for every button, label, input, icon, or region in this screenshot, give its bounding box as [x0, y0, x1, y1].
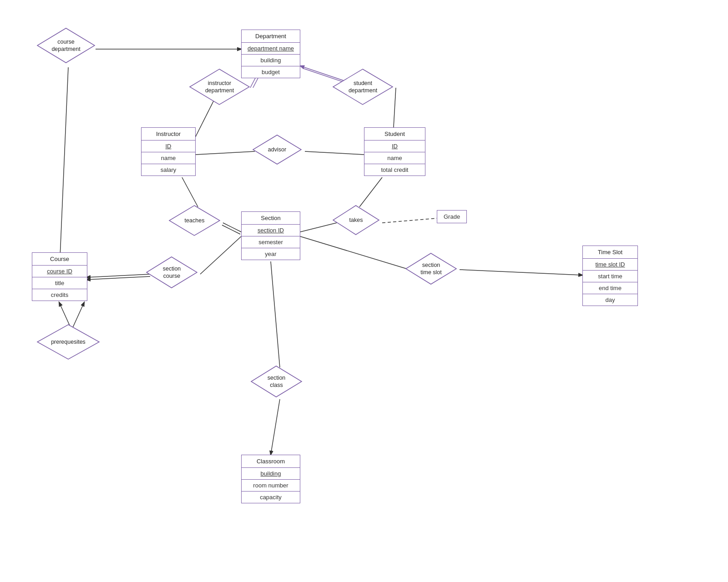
entity-section: Section section ID semester year — [241, 211, 300, 260]
svg-line-15 — [382, 218, 437, 223]
entity-course: Course course ID title credits — [32, 252, 87, 301]
entity-student-title: Student — [364, 128, 425, 140]
entity-department-attr-building: building — [242, 55, 300, 66]
entity-department-title: Department — [242, 30, 300, 43]
entity-classroom-attr-building: building — [242, 468, 300, 480]
entity-section-attr-id: section ID — [242, 225, 300, 236]
relationship-section-timeslot: sectiontime slot — [405, 252, 457, 285]
entity-section-attr-semester: semester — [242, 236, 300, 248]
svg-line-20 — [460, 270, 582, 275]
relationship-instructor-department-label: instructordepartment — [205, 80, 234, 95]
entity-timeslot-attr-start: start time — [583, 271, 637, 282]
svg-line-14 — [300, 223, 337, 232]
svg-line-11 — [223, 223, 241, 232]
relationship-course-department: coursedepartment — [36, 27, 96, 64]
entity-instructor-attr-salary: salary — [142, 164, 195, 176]
svg-line-13 — [359, 177, 382, 207]
svg-line-16 — [200, 236, 241, 274]
relationship-section-timeslot-label: sectiontime slot — [420, 261, 442, 276]
er-diagram: Department department name building budg… — [0, 0, 728, 582]
entity-timeslot-attr-id: time slot ID — [583, 259, 637, 271]
svg-line-8 — [196, 151, 255, 155]
entity-course-attr-id: course ID — [32, 266, 87, 277]
grade-box: Grade — [437, 210, 467, 223]
svg-line-17 — [86, 274, 150, 277]
entity-timeslot-attr-day: day — [583, 294, 637, 306]
entity-student-attr-id: ID — [364, 140, 425, 152]
relationship-teaches-label: teaches — [185, 217, 205, 224]
svg-line-7 — [394, 88, 396, 127]
entity-classroom-attr-room: room number — [242, 480, 300, 492]
entity-timeslot: Time Slot time slot ID start time end ti… — [582, 246, 638, 306]
relationship-course-department-label: coursedepartment — [51, 38, 80, 53]
entity-course-attr-credits: credits — [32, 289, 87, 301]
relationship-section-course: sectioncourse — [146, 256, 198, 289]
entity-instructor-attr-name: name — [142, 152, 195, 164]
entity-student-attr-name: name — [364, 152, 425, 164]
entity-student-attr-credit: total credit — [364, 164, 425, 176]
relationship-advisor: advisor — [252, 134, 302, 165]
relationship-teaches: teaches — [168, 205, 221, 236]
relationship-prerequesites: prerequesites — [36, 324, 100, 360]
svg-line-19 — [300, 236, 410, 270]
entity-timeslot-attr-end: end time — [583, 282, 637, 294]
entity-instructor-attr-id: ID — [142, 140, 195, 152]
entity-instructor-title: Instructor — [142, 128, 195, 140]
relationship-section-course-label: sectioncourse — [163, 265, 181, 280]
entity-section-title: Section — [242, 212, 300, 225]
entity-course-title: Course — [32, 253, 87, 266]
relationship-advisor-label: advisor — [268, 146, 286, 153]
entity-classroom-attr-capacity: capacity — [242, 492, 300, 503]
svg-line-21 — [271, 261, 280, 367]
entity-student: Student ID name total credit — [364, 127, 425, 176]
entity-classroom: Classroom building room number capacity — [241, 455, 300, 503]
relationship-instructor-department: instructordepartment — [189, 68, 250, 105]
entity-department-attr-name: department name — [242, 43, 300, 55]
svg-line-9 — [305, 151, 364, 155]
relationship-student-department-label: studentdepartment — [349, 80, 377, 95]
entity-course-attr-title: title — [32, 277, 87, 289]
relationship-prerequesites-label: prerequesites — [51, 338, 86, 346]
svg-line-10 — [182, 177, 198, 207]
svg-line-22 — [271, 399, 280, 455]
entity-section-attr-year: year — [242, 248, 300, 260]
svg-line-12 — [222, 225, 240, 234]
svg-line-1 — [59, 67, 68, 277]
relationship-takes: takes — [332, 205, 380, 236]
svg-line-18 — [86, 276, 150, 280]
relationship-section-class: sectionclass — [250, 365, 303, 398]
entity-timeslot-title: Time Slot — [583, 246, 637, 259]
entity-instructor: Instructor ID name salary — [141, 127, 196, 176]
relationship-student-department: studentdepartment — [332, 68, 394, 105]
relationship-takes-label: takes — [349, 216, 363, 224]
entity-department-attr-budget: budget — [242, 66, 300, 78]
entity-classroom-title: Classroom — [242, 455, 300, 468]
relationship-section-class-label: sectionclass — [268, 374, 286, 389]
